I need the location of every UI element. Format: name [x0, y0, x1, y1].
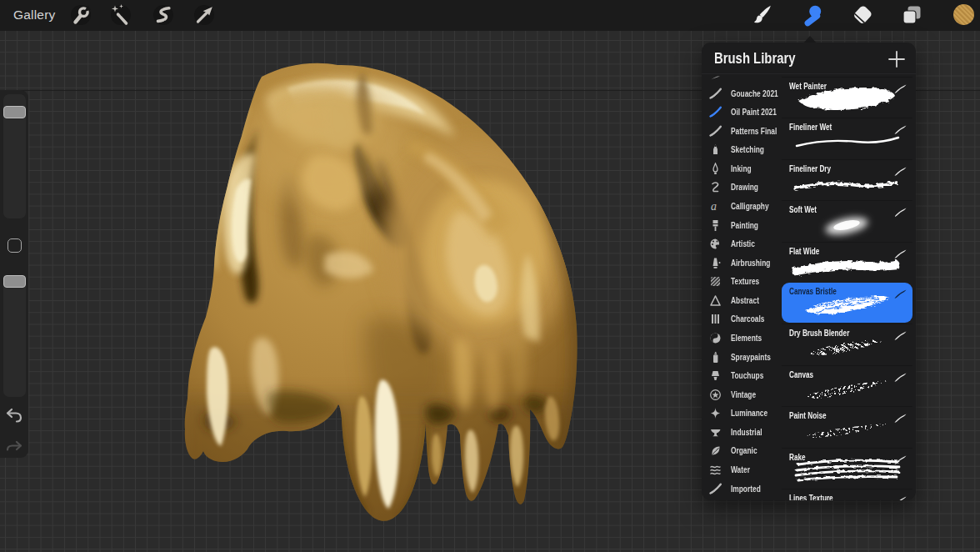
svg-text:a: a — [711, 200, 717, 213]
